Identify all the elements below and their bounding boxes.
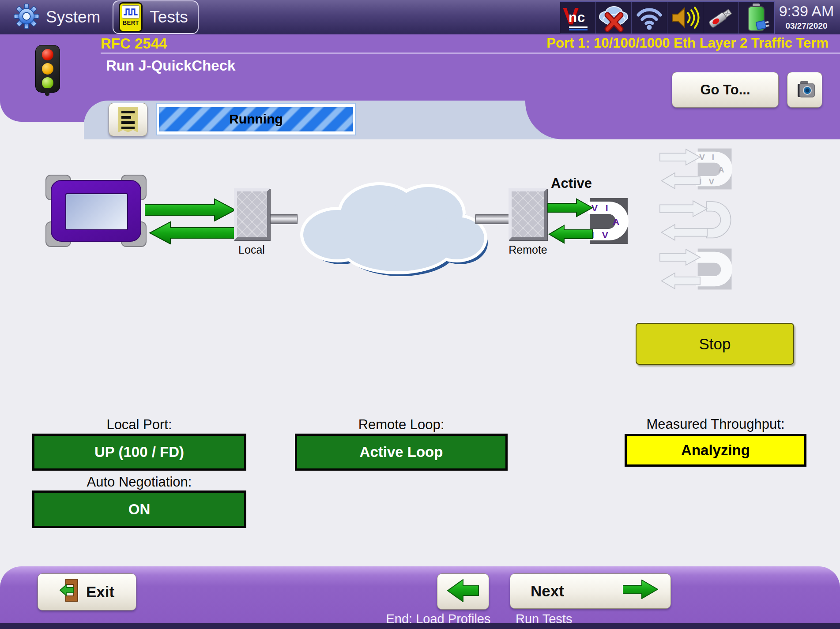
wifi-icon[interactable] bbox=[632, 2, 667, 34]
back-arrow-icon bbox=[447, 579, 479, 604]
progress-status: Running bbox=[229, 112, 283, 127]
screenshot-button[interactable] bbox=[787, 72, 822, 108]
device-screen bbox=[65, 193, 128, 230]
page-title: Run J-QuickCheck bbox=[106, 57, 235, 74]
camera-icon bbox=[794, 80, 815, 100]
local-port-label: Local bbox=[230, 243, 274, 256]
remote-port-box bbox=[509, 188, 547, 240]
system-button[interactable]: System bbox=[13, 3, 100, 31]
svg-text:A: A bbox=[613, 217, 619, 227]
tx-arrow-icon bbox=[145, 198, 236, 221]
ghost-loop-box-icon bbox=[655, 247, 738, 291]
local-port-status: UP (100 / FD) bbox=[32, 434, 246, 471]
active-label: Active bbox=[551, 176, 592, 191]
traffic-light-indicator bbox=[35, 45, 60, 93]
progress-bar: Running bbox=[156, 103, 356, 135]
bert-icon: BERT bbox=[119, 2, 143, 32]
remote-port-label: Remote bbox=[503, 243, 553, 256]
measured-throughput-field-label: Measured Throughput: bbox=[625, 416, 806, 432]
remote-loop-field-label: Remote Loop: bbox=[295, 417, 508, 433]
tests-label: Tests bbox=[150, 8, 188, 26]
green-lamp bbox=[42, 77, 53, 89]
exit-button[interactable]: Exit bbox=[38, 573, 136, 610]
progress-stripes: Running bbox=[159, 107, 353, 131]
rx-arrow-icon bbox=[149, 221, 237, 244]
report-icon bbox=[118, 107, 138, 132]
next-caption: Run Tests bbox=[516, 612, 572, 626]
next-arrow-icon bbox=[623, 580, 658, 603]
local-port-box bbox=[234, 188, 270, 240]
svg-text:I V: I V bbox=[591, 230, 611, 240]
network-cloud bbox=[285, 164, 488, 278]
next-button[interactable]: Next bbox=[510, 573, 671, 609]
door-exit-icon bbox=[60, 577, 80, 607]
loopback-active-icon: V I A I V bbox=[547, 196, 629, 246]
header-divider bbox=[101, 52, 840, 54]
clock: 9:39 AM 03/27/2020 bbox=[775, 3, 838, 31]
time-label: 9:39 AM bbox=[779, 3, 834, 20]
stop-button[interactable]: Stop bbox=[636, 323, 794, 365]
battery-icon[interactable] bbox=[739, 2, 774, 34]
message-log-button[interactable] bbox=[109, 103, 147, 136]
screen: System BERT Tests V nc bbox=[0, 0, 840, 629]
auto-negotiation-field-label: Auto Negotiation: bbox=[32, 474, 246, 490]
next-label: Next bbox=[531, 582, 564, 600]
svg-text:V I: V I bbox=[699, 153, 716, 162]
test-name: RFC 2544 bbox=[101, 35, 167, 52]
status-tray: V nc bbox=[560, 1, 775, 34]
svg-text:I V: I V bbox=[699, 177, 716, 186]
tests-button[interactable]: BERT Tests bbox=[113, 0, 198, 34]
date-label: 03/27/2020 bbox=[785, 21, 827, 31]
auto-negotiation-status: ON bbox=[32, 490, 246, 528]
bert-icon-label: BERT bbox=[123, 19, 139, 26]
goto-button[interactable]: Go To... bbox=[672, 72, 779, 108]
speaker-icon[interactable] bbox=[667, 2, 703, 34]
measured-throughput-status: Analyzing bbox=[625, 434, 806, 467]
traffic-light-stem bbox=[45, 88, 49, 96]
red-lamp bbox=[42, 49, 53, 60]
usb-icon[interactable] bbox=[703, 2, 739, 34]
back-caption: End: Load Profiles bbox=[365, 612, 511, 626]
exit-label: Exit bbox=[86, 583, 114, 601]
remote-link bbox=[475, 214, 510, 224]
back-button[interactable] bbox=[437, 573, 489, 610]
port-info: Port 1: 10/100/1000 Eth Layer 2 Traffic … bbox=[546, 35, 829, 51]
ghost-loop-plain-icon bbox=[655, 198, 738, 243]
remote-loop-status: Active Loop bbox=[295, 434, 508, 471]
svg-text:V I: V I bbox=[591, 203, 611, 213]
system-label: System bbox=[46, 8, 100, 26]
gear-icon bbox=[13, 3, 40, 31]
cloud-error-icon[interactable] bbox=[596, 2, 632, 34]
yellow-lamp bbox=[42, 63, 53, 75]
top-bar: System BERT Tests V nc bbox=[0, 0, 840, 35]
local-port-field-label: Local Port: bbox=[32, 417, 246, 433]
vnc-icon[interactable]: V nc bbox=[560, 2, 596, 34]
svg-text:A: A bbox=[718, 165, 724, 174]
ghost-loop-viavi-icon: V I A I V bbox=[655, 147, 738, 191]
test-device bbox=[46, 176, 146, 246]
